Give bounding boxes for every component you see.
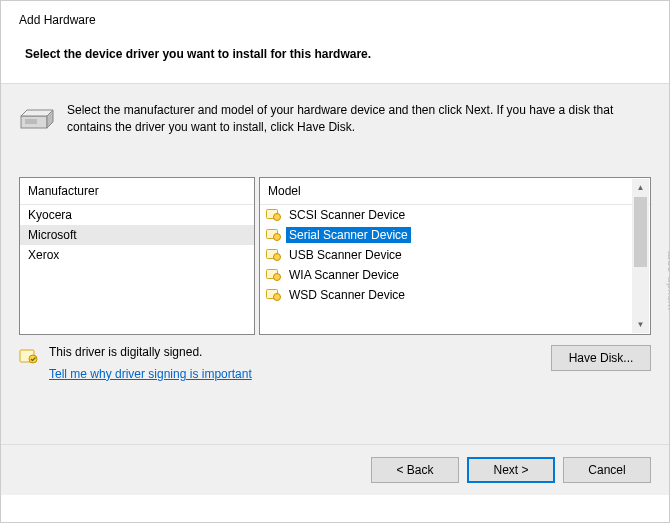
signing-status: This driver is digitally signed.	[49, 345, 541, 359]
wizard-title: Add Hardware	[19, 13, 651, 27]
model-item-label: WSD Scanner Device	[286, 287, 408, 303]
manufacturer-header: Manufacturer	[20, 178, 254, 205]
svg-point-11	[274, 273, 281, 280]
scroll-up-icon[interactable]: ▲	[632, 179, 649, 196]
manufacturer-item[interactable]: Kyocera	[20, 205, 254, 225]
model-item[interactable]: WSD Scanner Device	[260, 285, 633, 305]
manufacturer-item[interactable]: Microsoft	[20, 225, 254, 245]
model-item-label: WIA Scanner Device	[286, 267, 402, 283]
cancel-button[interactable]: Cancel	[563, 457, 651, 483]
model-item-label: SCSI Scanner Device	[286, 207, 408, 223]
model-header: Model	[260, 178, 650, 205]
model-item-label: USB Scanner Device	[286, 247, 405, 263]
certified-icon	[266, 268, 282, 282]
model-item[interactable]: WIA Scanner Device	[260, 265, 633, 285]
svg-rect-3	[25, 119, 37, 124]
svg-marker-2	[21, 110, 53, 116]
model-item[interactable]: USB Scanner Device	[260, 245, 633, 265]
certified-icon	[266, 208, 282, 222]
certified-icon	[266, 248, 282, 262]
signing-link[interactable]: Tell me why driver signing is important	[49, 367, 541, 381]
have-disk-button[interactable]: Have Disk...	[551, 345, 651, 371]
certified-icon	[266, 288, 282, 302]
scroll-down-icon[interactable]: ▼	[632, 316, 649, 333]
next-button[interactable]: Next >	[467, 457, 555, 483]
button-bar: < Back Next > Cancel	[1, 445, 669, 495]
svg-point-13	[274, 293, 281, 300]
device-icon	[19, 104, 55, 132]
scrollbar[interactable]: ▲ ▼	[632, 179, 649, 333]
svg-point-9	[274, 253, 281, 260]
svg-point-15	[29, 355, 37, 363]
model-list[interactable]: Model SCSI Scanner DeviceSerial Scanner …	[259, 177, 651, 335]
instruction-text: Select the manufacturer and model of you…	[67, 102, 651, 137]
svg-point-7	[274, 233, 281, 240]
scroll-thumb[interactable]	[634, 197, 647, 267]
manufacturer-item[interactable]: Xerox	[20, 245, 254, 265]
certified-icon	[266, 228, 282, 242]
wizard-heading: Select the device driver you want to ins…	[25, 47, 651, 61]
signed-badge-icon	[19, 347, 39, 365]
back-button[interactable]: < Back	[371, 457, 459, 483]
svg-point-5	[274, 213, 281, 220]
watermark: wsxdn.com	[664, 250, 670, 310]
model-item-label: Serial Scanner Device	[286, 227, 411, 243]
model-item[interactable]: SCSI Scanner Device	[260, 205, 633, 225]
model-item[interactable]: Serial Scanner Device	[260, 225, 633, 245]
manufacturer-list[interactable]: Manufacturer KyoceraMicrosoftXerox	[19, 177, 255, 335]
